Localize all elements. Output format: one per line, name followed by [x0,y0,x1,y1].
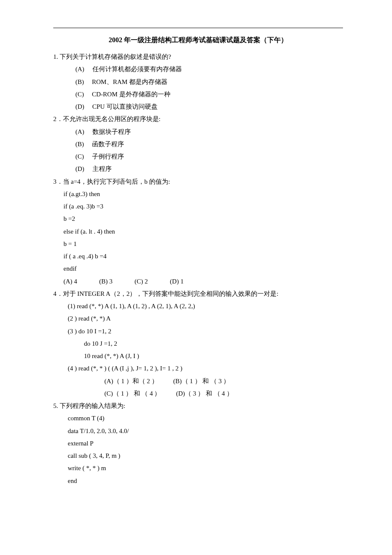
q3-code-line: if ( a .eq .4) b =4 [53,250,343,263]
q2-option-b: (B) 函数子程序 [53,138,343,150]
q4-code-line: (1) read (*, *) A (1, 1), A (1, 2) , A (… [53,300,343,312]
q3-code-line: b =2 [53,213,343,225]
q2-option-c: (C) 子例行程序 [53,150,343,163]
q2-option-d: (D) 主程序 [53,163,343,175]
q4-code-line: 10 read (*, *) A (J, I ) [53,350,343,362]
q1-option-c: (C) CD-ROM 是外存储器的一种 [53,88,343,101]
top-rule [53,28,343,28]
q3-option-a: (A) 4 [63,275,77,288]
q3-code-line: b = 1 [53,238,343,250]
q4-code-line: (3 ) do 10 I =1, 2 [53,325,343,338]
q4-option-d: (D)（ 3 ） 和 （ 4 ） [176,387,233,400]
q3-code-line: endif [53,263,343,275]
q4-code-line: do 10 J =1, 2 [53,338,343,350]
q4-option-c: (C)（ 1 ） 和 （ 4 ） [104,387,161,400]
question-3-stem: 3．当 a=4，执行完下列语句后，b 的值为: [53,176,343,188]
q5-code-line: call sub ( 3, 4, P, m ) [53,450,343,462]
q3-options: (A) 4 (B) 3 (C) 2 (D) 1 [53,275,343,288]
q4-code-line: (4 ) read (*, * ) ( (A (I ,j ), J= 1, 2 … [53,362,343,375]
q5-code-line: data T/1.0, 2.0, 3.0, 4.0/ [53,425,343,437]
q4-code-line: (2 ) read (*, *) A [53,312,343,325]
q5-code-line: external P [53,437,343,450]
q5-code-line: end [53,475,343,487]
page: 2002 年一级注册结构工程师考试基础课试题及答案（下午） 1. 下列关于计算机… [0,0,392,504]
q3-code-line: if (a .eq. 3)b =3 [53,200,343,213]
q1-option-d: (D) CPU 可以直接访问硬盘 [53,101,343,113]
question-5-stem: 5. 下列程序的输入结果为: [53,400,343,412]
q1-option-b: (B) ROM、RAM 都是内存储器 [53,76,343,88]
q5-code-line: common T (4) [53,412,343,425]
question-1-stem: 1. 下列关于计算机存储器的叙述是错误的? [53,51,343,63]
q2-option-a: (A) 数据块子程序 [53,126,343,138]
q1-option-a: (A) 任何计算机都必须要有内存储器 [53,63,343,75]
q4-option-a: (A)（ 1 ）和（ 2 ） [104,375,158,387]
q3-code-line: if (a.gt.3) then [53,188,343,200]
q4-options-row2: (C)（ 1 ） 和 （ 4 ） (D)（ 3 ） 和 （ 4 ） [53,387,343,400]
question-4-stem: 4．对于 INTEGER A（2，2），下列答案中能达到完全相同的输入效果的一对… [53,288,343,300]
document-title: 2002 年一级注册结构工程师考试基础课试题及答案（下午） [53,33,343,46]
q4-option-b: (B)（ 1 ） 和 （ 3 ） [173,375,230,387]
question-2-stem: 2．不允许出现无名公用区的程序块是: [53,113,343,125]
q5-code-line: write ( *, * ) m [53,462,343,474]
q3-code-line: else if (a. lt . 4) then [53,225,343,238]
q3-option-b: (B) 3 [99,275,112,288]
q4-options-row1: (A)（ 1 ）和（ 2 ） (B)（ 1 ） 和 （ 3 ） [53,375,343,387]
q3-option-c: (C) 2 [135,275,148,288]
q3-option-d: (D) 1 [170,275,184,288]
